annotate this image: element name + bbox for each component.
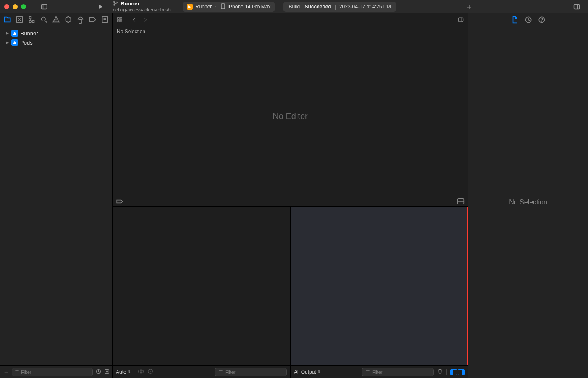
toggle-inspector-button[interactable]: [571, 2, 582, 12]
console-output-label: All Output: [294, 369, 316, 375]
clear-console-button[interactable]: [437, 368, 443, 375]
scm-filter-button[interactable]: [104, 369, 110, 375]
tree-item-pods[interactable]: ▶ Pods: [0, 38, 112, 47]
jump-bar: [113, 13, 468, 26]
issue-navigator-tab[interactable]: [52, 15, 60, 24]
svg-point-37: [140, 370, 142, 372]
debug-area: [113, 207, 468, 365]
disclosure-triangle-icon[interactable]: ▶: [6, 40, 9, 45]
svg-point-14: [42, 17, 46, 21]
svg-point-3: [114, 4, 115, 5]
branch-icon: [113, 1, 118, 7]
report-navigator-tab[interactable]: [101, 15, 109, 24]
editor-options-button[interactable]: [457, 16, 465, 24]
activity-status[interactable]: Build Succeeded | 2023-04-17 at 4:25 PM: [284, 2, 396, 12]
svg-rect-5: [221, 4, 225, 9]
no-selection-label: No Selection: [117, 29, 145, 34]
editor-area: No Selection No Editor Auto: [113, 13, 468, 378]
console-filter-field[interactable]: [362, 368, 434, 376]
console-pane[interactable]: [291, 207, 468, 365]
recent-files-button[interactable]: [95, 369, 101, 375]
disclosure-triangle-icon[interactable]: ▶: [6, 31, 9, 35]
add-editor-button[interactable]: ＋: [465, 2, 473, 12]
project-tree: ▶ Runner ▶ Pods: [0, 26, 112, 365]
no-editor-label: No Editor: [273, 111, 307, 121]
test-navigator-tab[interactable]: [64, 15, 72, 24]
navigator-panel: ▶ Runner ▶ Pods ＋: [0, 13, 113, 378]
inspector-panel: No Selection: [468, 13, 588, 378]
xcode-project-icon: [11, 30, 18, 37]
navigator-footer: ＋: [0, 365, 112, 378]
window-controls: [4, 4, 26, 9]
variables-filter-field[interactable]: [215, 368, 287, 376]
xcode-project-icon: [11, 39, 18, 46]
add-file-button[interactable]: ＋: [3, 368, 9, 376]
svg-rect-12: [29, 21, 32, 23]
debug-toolbar: [113, 196, 468, 207]
path-bar: No Selection: [113, 26, 468, 37]
inspector-no-selection-label: No Selection: [509, 198, 547, 206]
show-variables-pane-button[interactable]: [450, 369, 457, 375]
svg-point-39: [150, 371, 151, 372]
quicklook-button[interactable]: [138, 368, 144, 376]
console-highlight-outline: [291, 207, 468, 365]
minimize-window-button[interactable]: [13, 4, 18, 9]
titlebar: Runner debug-access-token-refresh ▶ Runn…: [0, 0, 588, 13]
editor-placeholder: No Editor: [113, 37, 468, 196]
show-console-pane-button[interactable]: [458, 369, 465, 375]
svg-rect-11: [29, 16, 32, 19]
nav-forward-button[interactable]: [142, 16, 149, 24]
variables-filter-input[interactable]: [225, 370, 283, 375]
svg-rect-33: [458, 18, 463, 22]
related-items-button[interactable]: [116, 16, 123, 24]
zoom-window-button[interactable]: [21, 4, 26, 9]
variables-pane[interactable]: [113, 207, 291, 365]
navigator-tab-bar: [0, 13, 112, 26]
source-control-navigator-tab[interactable]: [16, 15, 24, 24]
tree-item-runner[interactable]: ▶ Runner: [0, 29, 112, 38]
nav-back-button[interactable]: [131, 16, 138, 24]
symbol-navigator-tab[interactable]: [28, 15, 36, 24]
variables-scope-label: Auto: [116, 369, 126, 375]
help-inspector-tab[interactable]: [538, 16, 546, 24]
scheme-selector[interactable]: ▶ Runner 〉 iPhone 14 Pro Max: [183, 2, 275, 12]
tree-item-label: Runner: [20, 30, 38, 37]
scheme-name-label: Runner: [195, 4, 212, 10]
debug-navigator-tab[interactable]: [76, 15, 84, 24]
console-filter-input[interactable]: [372, 370, 430, 375]
project-title-block: Runner debug-access-token-refresh: [113, 1, 171, 12]
svg-point-17: [56, 21, 57, 21]
find-navigator-tab[interactable]: [40, 15, 48, 24]
history-inspector-tab[interactable]: [525, 16, 532, 24]
close-window-button[interactable]: [4, 4, 9, 9]
print-description-button[interactable]: [147, 368, 153, 375]
project-navigator-tab[interactable]: [3, 15, 11, 24]
chevron-updown-icon: ⇅: [318, 370, 320, 374]
variables-scope-selector[interactable]: Auto ⇅: [116, 369, 131, 375]
svg-rect-35: [458, 198, 464, 204]
navigator-filter-input[interactable]: [21, 370, 90, 375]
svg-point-2: [114, 1, 115, 3]
debug-pane-toggles: [450, 369, 465, 375]
svg-rect-29: [118, 17, 119, 19]
scheme-app-icon: ▶: [187, 4, 193, 10]
run-button[interactable]: [95, 2, 106, 12]
console-output-selector[interactable]: All Output ⇅: [294, 369, 320, 375]
chevron-updown-icon: ⇅: [128, 370, 131, 374]
svg-rect-6: [574, 4, 580, 9]
svg-rect-32: [120, 20, 122, 21]
branch-name-label: debug-access-token-refresh: [113, 7, 171, 12]
status-divider: |: [335, 4, 336, 10]
svg-point-4: [116, 2, 118, 3]
toggle-navigator-button[interactable]: [39, 2, 50, 12]
breakpoint-navigator-tab[interactable]: [89, 15, 97, 24]
file-inspector-tab[interactable]: [511, 16, 519, 24]
project-name-label: Runner: [121, 1, 140, 7]
device-name-label: iPhone 14 Pro Max: [228, 4, 270, 10]
navigator-filter-field[interactable]: [12, 368, 93, 376]
toggle-debug-area-button[interactable]: [457, 198, 465, 205]
svg-rect-30: [120, 17, 122, 19]
breakpoints-toggle-button[interactable]: [116, 198, 123, 205]
svg-line-15: [45, 21, 47, 23]
build-time-label: 2023-04-17 at 4:25 PM: [339, 4, 391, 10]
